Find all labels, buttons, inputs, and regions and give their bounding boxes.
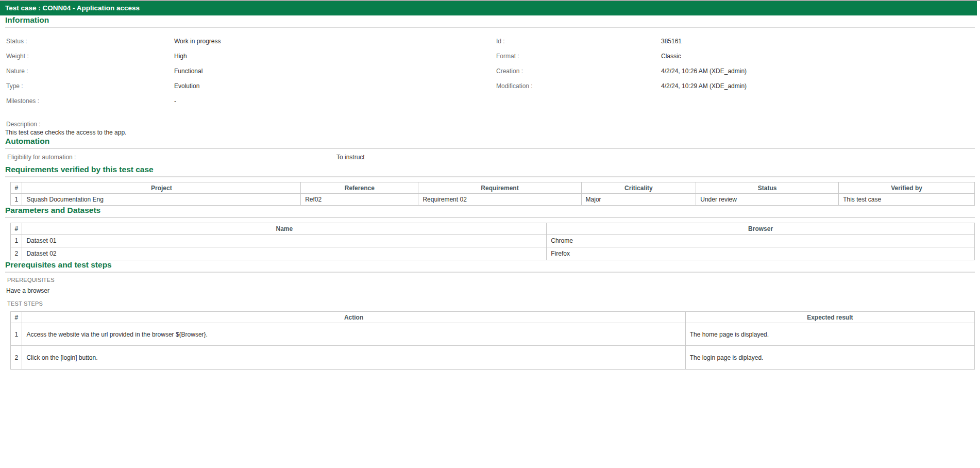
status-label: Status : (5, 34, 174, 49)
page-title: Test case : CONN04 - Application access (5, 4, 140, 12)
column-header: Verified by (839, 182, 975, 194)
table-cell: The home page is displayed. (685, 323, 974, 346)
row-number-cell: 2 (11, 247, 22, 260)
table-cell: Firefox (547, 247, 975, 260)
prerequisites-value: Have a browser (5, 287, 975, 294)
column-header: Criticality (581, 182, 696, 194)
weight-value: High (174, 49, 496, 64)
table-cell: The login page is diplayed. (685, 346, 974, 370)
column-header: Name (22, 223, 547, 235)
table-cell: Requirement 02 (418, 194, 581, 206)
section-automation: Automation Eligibility for automation : … (5, 137, 975, 165)
column-header: # (11, 312, 22, 323)
info-row: Milestones : - (5, 94, 975, 109)
column-header: Action (22, 312, 685, 323)
format-label: Format : (496, 49, 661, 64)
requirements-table: #ProjectReferenceRequirementCriticalityS… (10, 182, 975, 206)
prerequisites-heading: Prerequisites and test steps (5, 260, 975, 270)
table-row: 1Dataset 01Chrome (11, 235, 975, 247)
table-row: 1Squash Documentation EngRef02Requiremen… (11, 194, 975, 206)
row-number-cell: 1 (11, 323, 22, 346)
description-value: This test case checks the access to the … (5, 128, 975, 137)
section-information: Information Status : Work in progress Id… (5, 15, 975, 137)
column-header: Browser (547, 223, 975, 235)
prerequisites-label: PREREQUISITES (5, 277, 975, 283)
requirements-heading: Requirements verified by this test case (5, 165, 975, 174)
table-row: 2Click on the [login] button.The login p… (11, 346, 975, 370)
section-divider (5, 272, 975, 273)
table-cell: Ref02 (301, 194, 418, 206)
id-label: Id : (496, 34, 661, 49)
modification-value: 4/2/24, 10:29 AM (XDE_admin) (661, 79, 975, 94)
id-value: 385161 (661, 34, 975, 49)
milestones-label: Milestones : (5, 94, 174, 109)
table-cell: Dataset 02 (22, 247, 547, 260)
row-number-cell: 1 (11, 194, 22, 206)
test-steps-label: TEST STEPS (5, 300, 975, 307)
table-cell: Squash Documentation Eng (22, 194, 301, 206)
automation-field: Eligibility for automation : To instruct (5, 150, 975, 165)
table-header-row: #ProjectReferenceRequirementCriticalityS… (11, 182, 975, 194)
row-number-cell: 1 (11, 235, 22, 247)
table-cell: Major (581, 194, 696, 206)
section-parameters: Parameters and Datasets #NameBrowser1Dat… (5, 206, 975, 260)
section-divider (5, 148, 975, 149)
eligibility-value: To instruct (336, 150, 975, 165)
table-cell: Under review (696, 194, 839, 206)
nature-value: Functional (174, 64, 496, 79)
column-header: Reference (301, 182, 418, 194)
description-block: Description : This test case checks the … (5, 120, 975, 137)
table-cell: This test case (839, 194, 975, 206)
title-bar: Test case : CONN04 - Application access (0, 1, 977, 15)
info-row: Weight : High Format : Classic (5, 49, 975, 64)
creation-label: Creation : (496, 64, 661, 79)
column-header: Status (696, 182, 839, 194)
column-header: Requirement (418, 182, 581, 194)
type-label: Type : (5, 79, 174, 94)
status-value: Work in progress (174, 34, 496, 49)
table-cell: Chrome (547, 235, 975, 247)
table-cell: Dataset 01 (22, 235, 547, 247)
modification-label: Modification : (496, 79, 661, 94)
info-row: Status : Work in progress Id : 385161 (5, 34, 975, 49)
info-row: Type : Evolution Modification : 4/2/24, … (5, 79, 975, 94)
page: Test case : CONN04 - Application access … (0, 0, 980, 468)
info-row: Nature : Functional Creation : 4/2/24, 1… (5, 64, 975, 79)
row-number-cell: 2 (11, 346, 22, 370)
table-row: 2Dataset 02Firefox (11, 247, 975, 260)
table-row: 1Access the website via the url provided… (11, 323, 975, 346)
table-header-row: #NameBrowser (11, 223, 975, 235)
type-value: Evolution (174, 79, 496, 94)
table-cell: Click on the [login] button. (22, 346, 685, 370)
section-prerequisites: Prerequisites and test steps PREREQUISIT… (5, 260, 975, 370)
parameters-heading: Parameters and Datasets (5, 206, 975, 215)
eligibility-label: Eligibility for automation : (5, 150, 336, 165)
column-header: Project (22, 182, 301, 194)
section-requirements: Requirements verified by this test case … (5, 165, 975, 206)
test-steps-table: #ActionExpected result1Access the websit… (10, 311, 975, 370)
content: Information Status : Work in progress Id… (0, 15, 980, 370)
section-divider (5, 27, 975, 28)
description-label: Description : (5, 120, 975, 128)
weight-label: Weight : (5, 49, 174, 64)
milestones-value: - (174, 94, 496, 109)
column-header: Expected result (685, 312, 974, 323)
table-cell: Access the website via the url provided … (22, 323, 685, 346)
automation-heading: Automation (5, 137, 975, 146)
table-header-row: #ActionExpected result (11, 312, 975, 323)
column-header: # (11, 223, 22, 235)
section-divider (5, 176, 975, 177)
format-value: Classic (661, 49, 975, 64)
parameters-table: #NameBrowser1Dataset 01Chrome2Dataset 02… (10, 223, 975, 260)
section-divider (5, 217, 975, 218)
information-heading: Information (5, 15, 975, 25)
information-fields: Status : Work in progress Id : 385161 We… (5, 34, 975, 109)
creation-value: 4/2/24, 10:26 AM (XDE_admin) (661, 64, 975, 79)
nature-label: Nature : (5, 64, 174, 79)
column-header: # (11, 182, 22, 194)
